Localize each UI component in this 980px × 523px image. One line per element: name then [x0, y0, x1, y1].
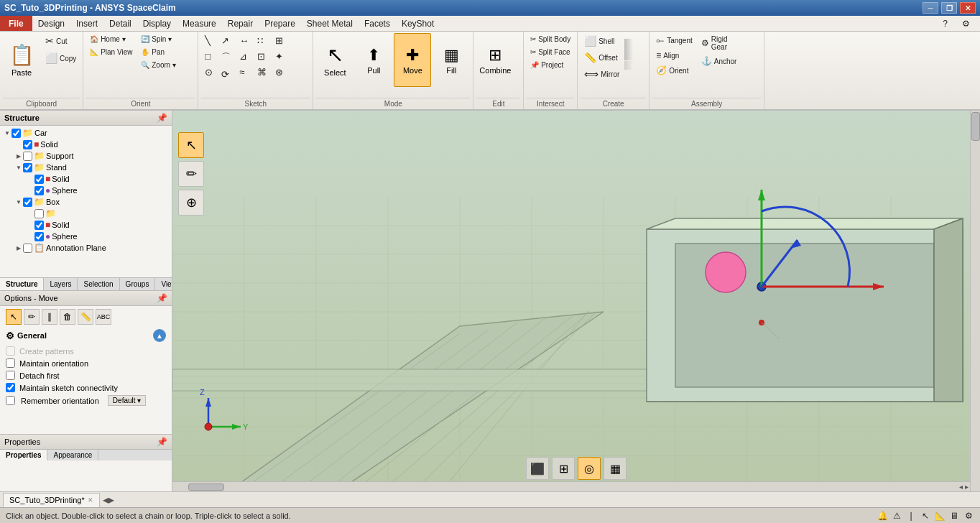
tree-item-stand[interactable]: ▼ 📁 Stand — [1, 162, 170, 173]
vp-pen-btn[interactable]: ✏ — [178, 161, 204, 187]
checkbox-remember-orientation[interactable] — [6, 396, 15, 405]
expand-car[interactable]: ▼ — [3, 130, 11, 136]
minimize-button[interactable]: ─ — [923, 2, 938, 14]
tab-appearance[interactable]: Appearance — [47, 450, 98, 460]
close-button[interactable]: ✕ — [960, 2, 976, 14]
tree-item-box-sub[interactable]: 📁 — [1, 208, 170, 219]
sketch-tool-12[interactable]: ⌘ — [254, 65, 270, 80]
menu-repair[interactable]: Repair — [222, 16, 259, 31]
menu-prepare[interactable]: Prepare — [259, 16, 301, 31]
sketch-tool-2[interactable]: □ — [201, 49, 216, 64]
sketch-tool-15[interactable]: ⊛ — [272, 65, 287, 80]
tab-left-btn[interactable]: ◂ — [103, 493, 108, 506]
sketch-tool-3[interactable]: ⊙ — [201, 65, 216, 80]
checkbox-maintain-orientation[interactable] — [6, 358, 15, 368]
menu-file[interactable]: File — [0, 16, 32, 31]
menu-detail[interactable]: Detail — [103, 16, 137, 31]
nav-cursor-btn[interactable]: ◎ — [578, 457, 601, 480]
structure-pin-icon[interactable]: 📌 — [157, 113, 167, 123]
split-face-button[interactable]: ✂ Split Face — [527, 46, 574, 58]
split-body-button[interactable]: ✂ Split Body — [527, 33, 574, 45]
checkbox-box-sub[interactable] — [34, 209, 44, 218]
checkbox-box[interactable] — [23, 198, 32, 207]
nav-grid-btn[interactable]: ⊞ — [552, 457, 575, 480]
opt-btn-abc[interactable]: ABC — [96, 309, 111, 325]
combine-button[interactable]: ⊞ Combine — [476, 33, 514, 87]
tab-views[interactable]: Views — [155, 278, 172, 290]
expand-box[interactable]: ▼ — [14, 199, 23, 205]
restore-button[interactable]: ❐ — [941, 2, 957, 14]
anchor-button[interactable]: ⚓ Anchor — [698, 54, 741, 68]
checkbox-create-patterns[interactable] — [6, 346, 15, 356]
sketch-tool-11[interactable]: ⊡ — [254, 49, 270, 64]
zoom-button[interactable]: 🔍 Zoom ▾ — [137, 59, 179, 71]
expand-stand[interactable]: ▼ — [14, 165, 23, 171]
opt-btn-parallel[interactable]: ∥ — [42, 309, 57, 325]
tree-item-annotation[interactable]: ▶ 📋 Annotation Plane — [1, 242, 170, 254]
fill-button[interactable]: ▦ Fill — [433, 33, 470, 87]
tree-item-sphere-stand[interactable]: ● Sphere — [1, 185, 170, 196]
expand-annotation[interactable]: ▶ — [14, 245, 23, 251]
menu-design[interactable]: Design — [32, 16, 70, 31]
sketch-tool-1[interactable]: ╲ — [201, 33, 216, 48]
tree-item-support[interactable]: ▶ 📁 Support — [1, 150, 170, 162]
vp-gizmo-btn[interactable]: ⊕ — [178, 190, 204, 216]
right-scrollbar[interactable] — [970, 111, 980, 491]
pull-button[interactable]: ⬆ Pull — [355, 33, 392, 87]
sketch-tool-5[interactable]: ⌒ — [218, 49, 234, 66]
sketch-tool-9[interactable]: ≈ — [236, 65, 252, 80]
sketch-tool-6[interactable]: ⟳ — [218, 67, 234, 82]
sketch-tool-13[interactable]: ⊞ — [272, 33, 287, 48]
checkbox-support[interactable] — [23, 152, 32, 161]
sketch-tool-14[interactable]: ✦ — [272, 49, 287, 64]
tab-right-btn[interactable]: ▸ — [108, 493, 114, 506]
plan-view-button[interactable]: 📐 Plan View — [86, 46, 136, 58]
pan-button[interactable]: ✋ Pan — [137, 46, 179, 58]
vp-select-btn[interactable]: ↖ — [178, 132, 204, 158]
properties-pin-icon[interactable]: 📌 — [157, 437, 167, 447]
rigid-gear-button[interactable]: ⚙ RigidGear — [698, 33, 741, 53]
sketch-tool-8[interactable]: ⊿ — [236, 49, 252, 64]
checkbox-sphere-stand[interactable] — [34, 186, 44, 195]
menu-keyshot[interactable]: KeyShot — [396, 16, 440, 31]
tab-layers[interactable]: Layers — [44, 278, 78, 290]
menu-facets[interactable]: Facets — [359, 16, 396, 31]
checkbox-stand[interactable] — [23, 163, 32, 172]
menu-help-icon[interactable]: ? — [937, 17, 953, 30]
align-button[interactable]: ≡ Align — [652, 48, 696, 63]
tab-structure[interactable]: Structure — [0, 278, 44, 290]
nav-dotgrid-btn[interactable]: ▦ — [604, 457, 627, 480]
menu-insert[interactable]: Insert — [70, 16, 103, 31]
expand-support[interactable]: ▶ — [14, 153, 23, 159]
tree-item-box[interactable]: ▼ 📁 Box — [1, 196, 170, 208]
copy-button[interactable]: ⬜Copy — [42, 50, 80, 66]
orient-button[interactable]: 🧭 Orient — [652, 63, 696, 78]
menu-settings-icon[interactable]: ⚙ — [956, 17, 976, 30]
checkbox-solid-stand[interactable] — [34, 175, 44, 184]
general-collapse-btn[interactable]: ▲ — [153, 329, 166, 342]
checkbox-detach-first[interactable] — [6, 371, 15, 380]
home-button[interactable]: 🏠 Home ▾ — [86, 33, 136, 45]
checkbox-solid-1[interactable] — [23, 140, 32, 149]
tree-item-solid-1[interactable]: ■ Solid — [1, 139, 170, 150]
project-button[interactable]: 📌 Project — [527, 59, 574, 71]
menu-display[interactable]: Display — [137, 16, 177, 31]
tree-item-solid-stand[interactable]: ■ Solid — [1, 173, 170, 185]
tab-properties[interactable]: Properties — [0, 450, 47, 460]
sketch-tool-10[interactable]: ∷ — [254, 33, 270, 48]
document-tab[interactable]: SC_Tuto_3DPrinting* ✕ — [3, 493, 100, 507]
offset-button[interactable]: 📏 Offset — [581, 50, 623, 65]
options-pin-icon[interactable]: 📌 — [157, 293, 167, 303]
sketch-tool-4[interactable]: ↗ — [218, 33, 234, 48]
menu-measure[interactable]: Measure — [177, 16, 222, 31]
opt-btn-ruler[interactable]: 📏 — [78, 309, 93, 325]
bottom-scrollbar[interactable]: ◂ ▸ — [172, 481, 970, 491]
cut-button[interactable]: ✂Cut — [42, 33, 80, 49]
tree-item-sphere-box[interactable]: ● Sphere — [1, 231, 170, 242]
opt-btn-pen[interactable]: ✏ — [24, 309, 40, 325]
spin-button[interactable]: 🔄 Spin ▾ — [137, 33, 179, 45]
tab-close-icon[interactable]: ✕ — [88, 496, 93, 504]
select-button[interactable]: ↖ Select — [316, 33, 353, 87]
tangent-button[interactable]: ⟜ Tangent — [652, 33, 696, 47]
checkbox-maintain-sketch[interactable] — [6, 383, 15, 392]
